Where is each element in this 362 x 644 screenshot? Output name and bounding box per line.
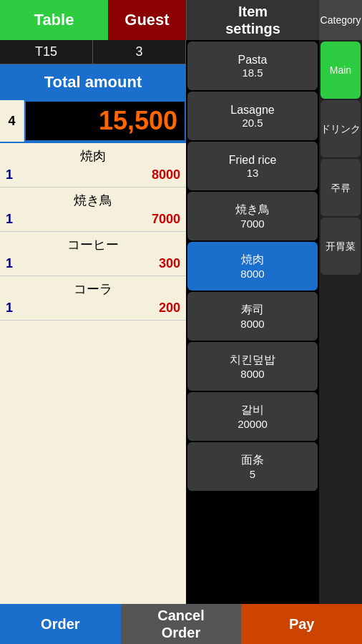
order-items-list: 焼肉 1 8000 焼き鳥 1 7000 コーヒー 1 300 bbox=[0, 143, 186, 604]
left-panel: T15 3 Total amount 4 15,500 焼肉 1 8000 bbox=[0, 40, 186, 604]
menu-item-galbi[interactable]: 갈비 20000 bbox=[187, 392, 318, 441]
order-item-price-3: 200 bbox=[159, 301, 180, 316]
header: Table Guest Itemsettings Category bbox=[0, 0, 362, 40]
menu-item-noodles-price: 5 bbox=[250, 468, 255, 480]
category-alcohol[interactable]: 주류 bbox=[321, 159, 361, 216]
guest-count-cell: 3 bbox=[93, 40, 186, 64]
order-item-qty-2: 1 bbox=[6, 256, 20, 271]
category-appetizer[interactable]: 开胃菜 bbox=[321, 218, 361, 275]
order-item-qty-1: 1 bbox=[6, 212, 20, 227]
menu-item-yakitori-name: 焼き鳥 bbox=[235, 203, 270, 218]
category-label: Category bbox=[321, 14, 361, 26]
category-panel: Main ドリンク 주류 开胃菜 bbox=[319, 40, 362, 604]
order-item-qty-3: 1 bbox=[6, 301, 20, 316]
order-item-price-1: 7000 bbox=[152, 212, 180, 227]
pay-button[interactable]: Pay bbox=[241, 604, 362, 644]
menu-item-noodles[interactable]: 面条 5 bbox=[187, 442, 318, 491]
menu-item-yakitori[interactable]: 焼き鳥 7000 bbox=[187, 192, 318, 240]
table-label: Table bbox=[34, 11, 74, 29]
order-item-name-3: コーラ bbox=[74, 280, 112, 298]
menu-item-lasagne-price: 20.5 bbox=[242, 117, 263, 129]
guest-label: Guest bbox=[124, 11, 169, 29]
cancel-order-button[interactable]: CancelOrder bbox=[121, 604, 242, 644]
header-item-settings[interactable]: Itemsettings bbox=[186, 0, 319, 40]
order-item-cola[interactable]: コーラ 1 200 bbox=[0, 276, 186, 321]
total-amount-label: Total amount bbox=[44, 73, 142, 92]
menu-item-galbi-price: 20000 bbox=[238, 418, 268, 430]
order-item-name-0: 焼肉 bbox=[80, 147, 106, 165]
total-amount-bar: Total amount bbox=[0, 64, 186, 100]
order-item-price-2: 300 bbox=[159, 256, 180, 271]
header-guest-section: Guest bbox=[108, 0, 186, 40]
table-number: 4 bbox=[8, 114, 15, 129]
menu-item-pasta[interactable]: Pasta 18.5 bbox=[187, 42, 318, 90]
pay-button-label: Pay bbox=[289, 615, 315, 633]
order-button-label: Order bbox=[41, 615, 79, 633]
order-item-yakitori[interactable]: 焼き鳥 1 7000 bbox=[0, 187, 186, 232]
menu-item-chicken-price: 8000 bbox=[240, 368, 264, 380]
menu-item-chicken-name: 치킨덮밥 bbox=[230, 353, 275, 368]
cancel-button-label: CancelOrder bbox=[157, 607, 205, 641]
menu-item-yakimiku[interactable]: 焼肉 8000 bbox=[187, 242, 318, 291]
category-main-label: Main bbox=[330, 64, 351, 77]
table-info-row: T15 3 bbox=[0, 40, 186, 64]
header-table-section: Table bbox=[0, 0, 108, 40]
category-main[interactable]: Main bbox=[321, 42, 361, 99]
menu-item-fried-rice[interactable]: Fried rice 13 bbox=[187, 142, 318, 190]
menu-item-pasta-price: 18.5 bbox=[242, 67, 263, 79]
menu-item-yakitori-price: 7000 bbox=[240, 218, 264, 230]
menu-item-lasagne-name: Lasagne bbox=[230, 104, 274, 117]
category-drinks[interactable]: ドリンク bbox=[321, 100, 361, 157]
bottom-bar: Order CancelOrder Pay bbox=[0, 604, 362, 644]
order-button[interactable]: Order bbox=[0, 604, 121, 644]
menu-item-sushi-price: 8000 bbox=[240, 318, 264, 330]
category-appetizer-label: 开胃菜 bbox=[326, 240, 356, 253]
category-alcohol-label: 주류 bbox=[331, 181, 351, 194]
order-item-yakimiku[interactable]: 焼肉 1 8000 bbox=[0, 143, 186, 187]
guest-count: 3 bbox=[135, 44, 142, 59]
menu-items-list: Pasta 18.5 Lasagne 20.5 Fried rice 13 焼き… bbox=[186, 40, 319, 604]
order-item-qty-0: 1 bbox=[6, 167, 20, 182]
menu-item-yakimiku-price: 8000 bbox=[240, 268, 264, 280]
right-panel: Pasta 18.5 Lasagne 20.5 Fried rice 13 焼き… bbox=[186, 40, 362, 604]
menu-item-fried-rice-name: Fried rice bbox=[229, 154, 277, 167]
menu-item-pasta-name: Pasta bbox=[238, 54, 268, 67]
order-item-price-0: 8000 bbox=[152, 167, 180, 182]
menu-item-fried-rice-price: 13 bbox=[247, 167, 259, 179]
menu-item-chicken[interactable]: 치킨덮밥 8000 bbox=[187, 342, 318, 391]
table-id: T15 bbox=[35, 44, 57, 59]
menu-item-yakimiku-name: 焼肉 bbox=[241, 253, 264, 268]
order-item-coffee[interactable]: コーヒー 1 300 bbox=[0, 232, 186, 276]
header-category: Category bbox=[319, 0, 362, 40]
amount-value: 15,500 bbox=[99, 106, 177, 136]
category-drinks-label: ドリンク bbox=[321, 122, 361, 135]
menu-item-galbi-name: 갈비 bbox=[241, 403, 264, 418]
amount-value-cell: 15,500 bbox=[24, 100, 186, 142]
menu-item-sushi[interactable]: 寿司 8000 bbox=[187, 292, 318, 341]
item-settings-label: Itemsettings bbox=[225, 3, 280, 37]
menu-item-noodles-name: 面条 bbox=[241, 453, 264, 468]
menu-item-lasagne[interactable]: Lasagne 20.5 bbox=[187, 92, 318, 140]
order-item-name-1: 焼き鳥 bbox=[74, 192, 112, 209]
table-number-cell: 4 bbox=[0, 100, 24, 142]
menu-item-sushi-name: 寿司 bbox=[241, 303, 264, 318]
order-item-name-2: コーヒー bbox=[67, 236, 119, 253]
amount-display-row: 4 15,500 bbox=[0, 100, 186, 143]
table-id-cell: T15 bbox=[0, 40, 93, 64]
